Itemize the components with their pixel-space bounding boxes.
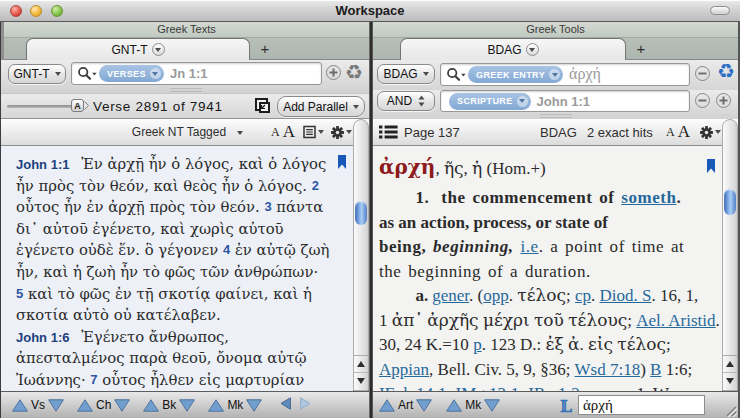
zone-header-left[interactable]: Greek Texts [4,22,369,38]
scroll-down-button-right[interactable] [723,372,737,389]
search-icon[interactable] [77,66,99,81]
gear-icon[interactable] [331,126,344,139]
hyperlink[interactable]: someth [621,188,676,207]
details-icon[interactable] [255,98,271,114]
nav-next-button[interactable] [484,399,500,412]
hyperlink[interactable]: IEph 14:1 [379,384,447,391]
lexicon-text-area[interactable]: ἀρχή, ῆς, ἡ (Hom.+)1.the commencement of… [373,146,722,391]
search-icon[interactable] [446,67,468,82]
greek-text-area[interactable]: John 1:1 Ἐν ἀρχῇ ἦν ὁ λόγος, καὶ ὁ λόγος… [1,146,353,391]
module-select-button-right[interactable]: BDAG [377,64,435,84]
hyperlink[interactable]: cp [575,286,591,305]
search-scope-pill-right-1[interactable]: GREEK ENTRY [468,66,563,83]
scripture-query[interactable]: John 1:1 [537,94,590,109]
scroll-up-button-right[interactable] [723,356,737,372]
nav-bar-right: ArtMk 𝕃 [373,391,738,418]
text-display-title[interactable]: Greek NT Tagged [123,125,235,139]
hyperlink[interactable]: Diod. S [600,286,652,305]
nav-prev-button[interactable] [143,399,159,412]
chevron-down-icon [346,130,352,134]
update-recycle-icon-right[interactable]: ♻ [717,61,735,81]
hyperlink[interactable]: B [650,360,661,379]
browser-list-icon[interactable] [379,125,398,139]
hyperlink[interactable]: IRo 1:2 [528,384,579,391]
add-search-row-button-left[interactable] [326,65,341,80]
greek-entry-query[interactable]: ἀρχή [569,65,601,83]
scroll-up-button-left[interactable] [354,356,368,372]
nav-down-icon [179,399,195,412]
increase-font-button[interactable]: A [678,122,690,142]
tab-menu-icon[interactable] [152,43,165,56]
search-query-left[interactable]: Jn 1:1 [170,66,208,81]
search-field-left[interactable]: VERSES Jn 1:1 [71,62,322,85]
search-scope-pill-right-2[interactable]: SCRIPTURE [449,93,531,110]
chevron-down-icon [715,130,721,134]
nav-prev-button[interactable] [379,399,395,412]
increase-font-button[interactable]: A [283,122,295,142]
next-pane-button[interactable] [300,396,311,414]
hyperlink[interactable]: IMg 13:1 [456,384,520,391]
hyperlink[interactable]: gener [432,286,469,305]
new-tab-button-right[interactable]: + [632,40,650,58]
operator-select-button[interactable]: AND [377,91,435,111]
scrollbar-thumb-left[interactable] [355,201,367,225]
gear-icon[interactable] [700,126,713,139]
content-header-left: Greek NT Tagged A A [1,119,369,146]
prev-pane-button[interactable] [280,396,291,414]
greek-entry-field[interactable]: GREEK ENTRY ἀρχή [440,63,690,86]
lexicon-entry-text: ἀρχή, ῆς, ἡ (Hom.+)1.the commencement of… [379,149,722,391]
hyperlink[interactable]: p [473,335,482,354]
search-scope-pill-left[interactable]: VERSES [99,65,164,82]
scroll-down-button-left[interactable] [354,372,368,389]
display-settings-icon[interactable] [303,125,316,139]
text-size-slider-track[interactable] [7,105,73,108]
remove-search-row-button-2[interactable] [695,93,710,108]
toolbar-toggle-button[interactable] [710,6,730,15]
add-search-row-button-right[interactable] [716,93,731,108]
scrollbar-thumb-right[interactable] [724,189,736,215]
nav-down-icon [114,399,130,412]
hyperlink[interactable]: Wsd 7:18 [575,360,641,379]
nav-prev-button[interactable] [208,399,224,412]
scrollbar-right[interactable] [722,119,738,391]
add-parallel-button[interactable]: Add Parallel [277,96,365,117]
text-segment: οὗτος ἦν ἐν ἀρχῇ πρὸς τὸν θεόν. [16,198,264,215]
hyperlink[interactable]: Ael. Aristid [636,311,715,330]
tab-bdag[interactable]: BDAG [400,38,626,60]
nav-group-label: Vs [31,398,45,412]
text-segment: . τέλος; [509,286,575,305]
nav-next-button[interactable] [48,399,64,412]
nav-prev-button[interactable] [446,399,462,412]
hyperlink[interactable]: opp [483,286,509,305]
tab-gnt-t[interactable]: GNT-T [26,38,250,60]
nav-next-button[interactable] [246,399,262,412]
module-select-button-left[interactable]: GNT-T [8,64,66,84]
text-segment: οὗτος ἦλθεν εἰς μαρτυρίαν [98,371,305,388]
text-segment: Ἰωάννης· [16,371,90,388]
text-size-slider-thumb[interactable]: A [71,99,89,112]
zone-header-right[interactable]: Greek Tools [373,22,738,38]
decrease-font-button[interactable]: A [666,125,675,140]
text-line: as an action, process, or state of [379,211,722,236]
nav-next-button[interactable] [416,399,432,412]
tab-menu-icon[interactable] [526,43,539,56]
hyperlink[interactable]: i.e [520,237,538,256]
resize-grip-icon[interactable] [724,404,737,417]
text-segment: Ἐν ἀρχῇ ἦν ὁ λόγος, καὶ ὁ λόγος [76,155,326,172]
quick-entry-input[interactable] [578,395,705,415]
scrollbar-left[interactable] [353,119,369,391]
update-recycle-icon-left[interactable]: ♻ [345,62,363,82]
hyperlink[interactable]: Appian [379,360,429,379]
bookmark-icon[interactable] [707,159,715,173]
text-line: 1.the commencement of someth. [379,186,722,211]
scripture-field[interactable]: SCRIPTURE John 1:1 [440,90,690,112]
nav-prev-button[interactable] [12,399,28,412]
greek-keyboard-icon[interactable]: 𝕃 [560,396,572,416]
nav-next-button[interactable] [114,399,130,412]
bookmark-icon[interactable] [338,155,346,169]
nav-next-button[interactable] [179,399,195,412]
new-tab-button-left[interactable]: + [256,40,274,58]
nav-prev-button[interactable] [77,399,93,412]
decrease-font-button[interactable]: A [271,125,280,140]
remove-search-row-button-1[interactable] [695,66,710,81]
